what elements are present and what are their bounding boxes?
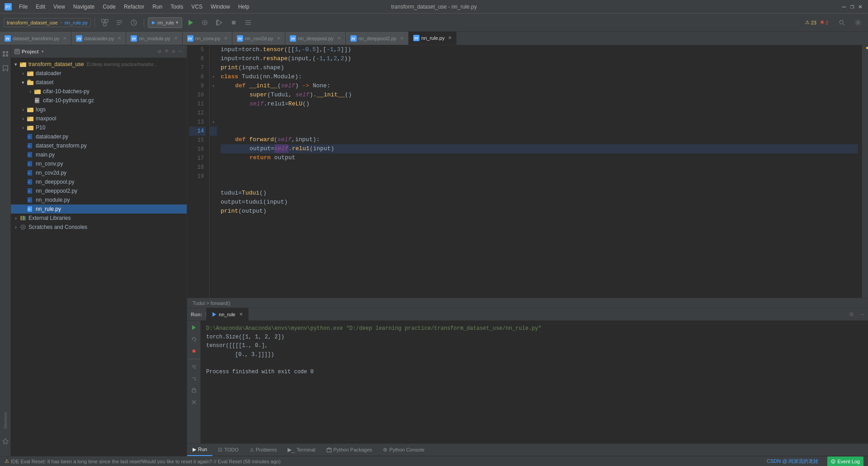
recent-files-btn[interactable] [127, 16, 140, 29]
tab-nn-deeppool[interactable]: py nn_deeppool.py ✕ [285, 32, 345, 45]
settings-button[interactable] [852, 16, 864, 29]
close-tab-5[interactable]: ✕ [337, 36, 341, 41]
code-editor[interactable]: 5 6 7 8 9 10 11 12 13 14 15 16 17 18 19 [187, 45, 868, 298]
tree-maxpool-folder[interactable]: › maxpool [11, 114, 187, 123]
close-tab-active[interactable]: ✕ [448, 35, 452, 40]
menu-navigate[interactable]: Navigate [70, 3, 98, 11]
error-warning-counts[interactable]: ⚠ 23 ✖ 2 [805, 19, 828, 25]
tree-dataset-transform-py[interactable]: py dataset_transform.py [11, 141, 187, 150]
run-with-coverage-btn[interactable] [213, 16, 226, 29]
menu-window[interactable]: Window [207, 3, 234, 11]
tree-dataloader-py[interactable]: py dataloader.py [11, 132, 187, 141]
fold-class[interactable]: ▾ [210, 72, 217, 81]
tree-logs-folder[interactable]: › logs [11, 105, 187, 114]
code-content-area[interactable]: input=torch.tensor([[1,-0.5],[-1,3]]) in… [217, 45, 862, 298]
run-settings-btn[interactable]: ⚙ [846, 310, 857, 318]
close-tab-3[interactable]: ✕ [224, 36, 227, 41]
close-tab-1[interactable]: ✕ [118, 36, 121, 41]
menu-file[interactable]: File [15, 3, 31, 11]
activity-favorites[interactable] [0, 435, 11, 447]
tree-dataset-folder[interactable]: ▾ dataset [11, 78, 187, 87]
close-tab-0[interactable]: ✕ [63, 36, 66, 41]
scroll-indicator[interactable] [862, 45, 868, 298]
scroll-to-end-btn[interactable] [189, 362, 199, 372]
tab-nn-module[interactable]: py nn_module.py ✕ [126, 32, 182, 45]
tree-scratches[interactable]: › Scratches and Consoles [11, 223, 187, 232]
tree-dataloader-folder[interactable]: › dataloader [11, 69, 187, 78]
tab-dataloader[interactable]: py dataloader.py ✕ [71, 32, 126, 45]
project-dropdown-arrow[interactable]: ▾ [41, 49, 44, 54]
rerun-btn[interactable] [189, 334, 199, 344]
run-label[interactable]: Run: [187, 312, 206, 317]
bottom-tab-terminal[interactable]: ▶_ Terminal [282, 443, 321, 456]
maximize-button[interactable]: ❐ [849, 4, 855, 10]
tree-nn-module-py[interactable]: py nn_module.py [11, 195, 187, 204]
menu-help[interactable]: Help [235, 3, 253, 11]
run-button[interactable] [184, 16, 197, 29]
tree-p10-folder[interactable]: › P10 [11, 123, 187, 132]
menu-tools[interactable]: Tools [167, 3, 187, 11]
print-btn[interactable] [189, 385, 199, 395]
menu-run[interactable]: Run [149, 3, 166, 11]
tab-nn-deeppool2[interactable]: py nn_deeppool2.py ✕ [346, 32, 409, 45]
close-tab-6[interactable]: ✕ [400, 36, 404, 41]
debug-button[interactable] [198, 16, 211, 29]
menu-view[interactable]: View [50, 3, 69, 11]
gear-btn[interactable]: ⚙ [172, 48, 175, 54]
tree-nn-conv-py[interactable]: py nn_conv.py [11, 159, 187, 168]
soft-wrap-btn[interactable] [189, 374, 199, 384]
tab-nn-rule[interactable]: py nn_rule.py ✕ [409, 32, 457, 45]
fold-init[interactable]: ▾ [210, 81, 217, 90]
bottom-tab-todo[interactable]: ☑ TODO [212, 443, 244, 456]
menu-edit[interactable]: Edit [32, 3, 49, 11]
tree-cifar-folder[interactable]: › cifar-10-batches-py [11, 87, 187, 96]
tree-nn-deeppool2-py[interactable]: py nn_deeppool2.py [11, 186, 187, 195]
bottom-tab-python-console[interactable]: ⚙ Python Console [377, 443, 430, 456]
todo-btn[interactable] [113, 16, 126, 29]
run-tab-active[interactable]: nn_rule ✕ [206, 308, 249, 321]
search-button[interactable] [835, 16, 848, 29]
menu-refactor[interactable]: Refactor [120, 3, 148, 11]
tree-nn-cov2d-py[interactable]: py nn_cov2d.py [11, 168, 187, 177]
run-config-dropdown[interactable]: ▶ nn_rule ▾ [148, 17, 182, 28]
minimize-button[interactable]: — [841, 4, 847, 10]
tab-dataset-transform[interactable]: py dataset_transform.py ✕ [0, 32, 71, 45]
menu-vcs[interactable]: VCS [188, 3, 206, 11]
warning-count[interactable]: ⚠ 23 [805, 19, 816, 25]
close-run-tab[interactable]: ✕ [239, 312, 243, 317]
collapse-all-btn[interactable]: ≡ [165, 48, 169, 55]
run-minimize-btn[interactable]: — [857, 311, 868, 318]
menu-code[interactable]: Code [99, 3, 119, 11]
activity-bookmarks[interactable] [0, 62, 11, 74]
stop-run-btn[interactable] [189, 346, 199, 356]
tab-nn-conv[interactable]: py nn_conv.py ✕ [183, 32, 232, 45]
tree-main-py[interactable]: py main.py [11, 150, 187, 159]
tree-tar-file[interactable]: TAR cifar-10-python.tar.gz [11, 96, 187, 105]
activity-project[interactable] [0, 48, 11, 60]
close-button[interactable]: ✕ [857, 4, 863, 10]
error-count[interactable]: ✖ 2 [820, 19, 828, 25]
sync-scroll-btn[interactable]: ⇄ [158, 48, 161, 55]
run-again-btn[interactable] [189, 323, 199, 333]
stop-button[interactable] [227, 16, 240, 29]
bottom-tab-run[interactable]: ▶ Run [187, 443, 212, 456]
clear-console-btn[interactable] [189, 397, 199, 407]
more-actions-btn[interactable] [242, 16, 255, 29]
hide-panel-btn[interactable]: — [179, 48, 182, 55]
csdn-link[interactable]: CSDN @ 闰滚流的龙娃 [767, 458, 818, 465]
run-output[interactable]: D:\Anaconda\Anaconda\envs\myenv\python.e… [201, 321, 868, 443]
project-nav[interactable]: transform_dataset_use › nn_rule.py [4, 18, 91, 27]
close-tab-2[interactable]: ✕ [174, 36, 178, 41]
event-log-btn[interactable]: i Event Log [827, 456, 863, 466]
tree-external-libs[interactable]: › External Libraries [11, 214, 187, 223]
tab-nn-cov2d[interactable]: py nn_cov2d.py ✕ [232, 32, 285, 45]
tree-nn-deeppool-py[interactable]: py nn_deeppool.py [11, 177, 187, 186]
bottom-tab-python-packages[interactable]: Python Packages [321, 443, 378, 456]
fold-forward[interactable]: ▾ [210, 118, 217, 127]
project-structure-btn[interactable] [99, 16, 111, 29]
close-tab-4[interactable]: ✕ [277, 36, 280, 41]
tree-nn-rule-py[interactable]: py nn_rule.py [11, 204, 187, 214]
activity-structure[interactable]: Structure [0, 407, 11, 434]
bottom-tab-problems[interactable]: ⚠ Problems [244, 443, 282, 456]
tree-root[interactable]: ▾ transform_dataset_use D:/deep learning… [11, 60, 187, 69]
